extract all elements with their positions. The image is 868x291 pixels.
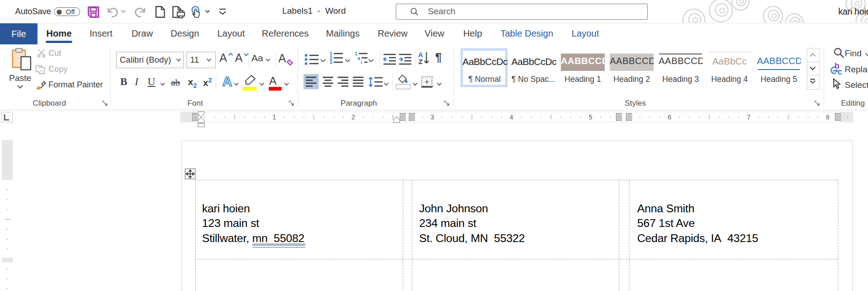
svg-text:5: 5 [589, 113, 592, 121]
svg-text:8: 8 [826, 113, 830, 121]
svg-text:4: 4 [510, 113, 513, 121]
svg-text:1: 1 [272, 113, 276, 121]
svg-text:2: 2 [351, 113, 355, 121]
svg-text:6: 6 [668, 113, 671, 121]
svg-text:3: 3 [431, 113, 434, 121]
svg-text:7: 7 [747, 113, 751, 121]
